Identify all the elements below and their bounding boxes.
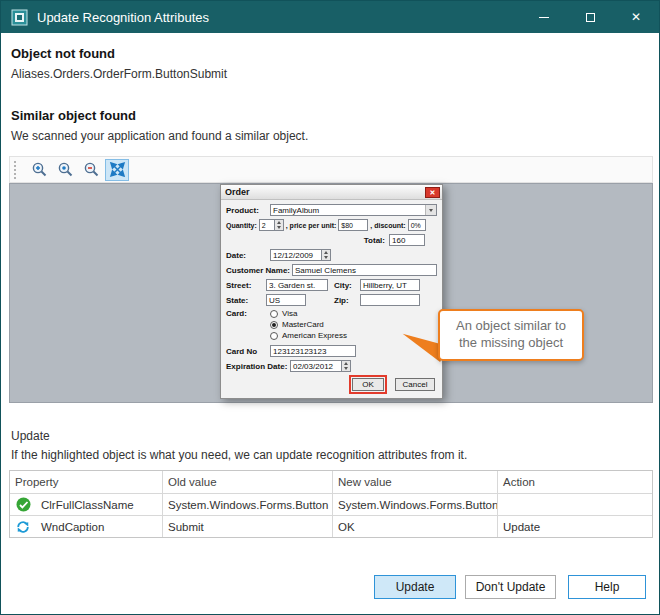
- minimize-button[interactable]: [521, 1, 567, 33]
- similar-object-description: We scanned your application and found a …: [11, 129, 308, 143]
- cell-old-value: Submit: [162, 516, 332, 537]
- order-title: Order: [225, 187, 250, 197]
- cell-action: [497, 494, 652, 515]
- city-input: Hillberry, UT: [360, 279, 420, 291]
- object-not-found-heading: Object not found: [11, 46, 115, 61]
- quantity-label: Quantity:: [226, 222, 257, 229]
- radio-visa-label: Visa: [282, 309, 297, 318]
- total-input: 160: [389, 234, 425, 246]
- fit-to-window-icon[interactable]: [105, 159, 129, 181]
- cell-new-value: OK: [332, 516, 497, 537]
- card-no-input: 123123123123: [270, 345, 356, 357]
- state-label: State:: [226, 296, 266, 305]
- order-close-icon: ✕: [425, 187, 440, 198]
- col-header-old-value: Old value: [162, 471, 332, 493]
- cell-property: ClrFullClassName: [36, 494, 162, 515]
- table-row[interactable]: WndCaption Submit OK Update: [10, 515, 652, 537]
- radio-selected-icon: [270, 321, 278, 329]
- help-button[interactable]: Help: [568, 575, 646, 599]
- table-header-row: Property Old value New value Action: [10, 471, 652, 493]
- col-header-new-value: New value: [332, 471, 497, 493]
- radio-icon: [270, 332, 278, 340]
- discount-input: 0%: [408, 219, 426, 231]
- expiration-date-input: 02/03/2012: [290, 360, 342, 372]
- title-bar[interactable]: Update Recognition Attributes ✕: [1, 1, 659, 33]
- close-icon: ✕: [631, 10, 641, 24]
- close-button[interactable]: ✕: [613, 1, 659, 33]
- street-label: Street:: [226, 281, 266, 290]
- attributes-table: Property Old value New value Action ClrF…: [9, 470, 653, 538]
- dont-update-button[interactable]: Don't Update: [465, 575, 556, 599]
- callout-bubble: An object similar to the missing object: [438, 309, 584, 361]
- update-description: If the highlighted object is what you ne…: [11, 448, 467, 462]
- preview-toolbar: [9, 156, 653, 183]
- ok-button[interactable]: OK: [352, 378, 384, 391]
- cell-action: Update: [497, 516, 652, 537]
- date-input: 12/12/2009: [270, 249, 322, 261]
- order-title-bar: Order ✕: [221, 185, 442, 200]
- radio-american-express-label: American Express: [282, 331, 347, 340]
- date-spinner-icon: [322, 249, 331, 261]
- zoom-out-icon[interactable]: [79, 159, 103, 181]
- card-no-label: Card No: [226, 347, 270, 356]
- quantity-input: 2: [259, 219, 275, 231]
- discount-label: , discount:: [370, 222, 405, 229]
- preview-area: Order ✕ Product: FamilyAlbum Quantity: 2…: [9, 183, 653, 403]
- radio-mastercard: MasterCard: [270, 320, 347, 329]
- radio-icon: [270, 310, 278, 318]
- expiration-spinner-icon: [342, 360, 351, 372]
- check-icon: [10, 494, 36, 515]
- app-icon: [11, 9, 28, 26]
- table-row[interactable]: ClrFullClassName System.Windows.Forms.Bu…: [10, 493, 652, 515]
- zip-label: Zip:: [334, 296, 360, 305]
- product-value: FamilyAlbum: [273, 206, 319, 215]
- zip-input: [360, 294, 420, 306]
- window-controls: ✕: [521, 1, 659, 33]
- quantity-spinner-icon: [275, 219, 284, 231]
- maximize-icon: [586, 13, 595, 22]
- price-label: , price per unit:: [286, 222, 337, 229]
- city-label: City:: [334, 281, 360, 290]
- product-combobox: FamilyAlbum: [270, 204, 437, 216]
- state-input: US: [266, 294, 306, 306]
- price-input: $80: [338, 219, 368, 231]
- toolbar-grip[interactable]: [14, 161, 19, 179]
- minimize-icon: [539, 17, 549, 18]
- maximize-button[interactable]: [567, 1, 613, 33]
- radio-visa: Visa: [270, 309, 347, 318]
- col-header-property: Property: [10, 471, 162, 493]
- zoom-in-icon[interactable]: [27, 159, 51, 181]
- col-header-action: Action: [497, 471, 652, 493]
- customer-name-label: Customer Name:: [226, 266, 292, 275]
- street-input: 3. Garden st.: [266, 279, 328, 291]
- radio-mastercard-label: MasterCard: [282, 320, 324, 329]
- cell-new-value: System.Windows.Forms.Button: [332, 494, 497, 515]
- object-path: Aliases.Orders.OrderForm.ButtonSubmit: [11, 67, 227, 81]
- card-radio-group: Visa MasterCard American Express: [270, 309, 347, 342]
- total-label: Total:: [364, 236, 385, 245]
- cell-property: WndCaption: [36, 516, 162, 537]
- cell-old-value: System.Windows.Forms.Button: [162, 494, 332, 515]
- card-label: Card:: [226, 309, 270, 318]
- similar-object-heading: Similar object found: [11, 108, 136, 123]
- radio-american-express: American Express: [270, 331, 347, 340]
- ok-button-highlight: OK: [349, 375, 387, 394]
- refresh-icon: [10, 516, 36, 537]
- zoom-normal-icon[interactable]: [53, 159, 77, 181]
- customer-name-input: Samuel Clemens: [292, 264, 437, 276]
- combo-dropdown-icon: [425, 205, 436, 215]
- window-title: Update Recognition Attributes: [37, 10, 209, 25]
- update-heading: Update: [11, 429, 50, 443]
- cancel-button: Cancel: [395, 378, 435, 391]
- update-recognition-attributes-dialog: Update Recognition Attributes ✕ Object n…: [0, 0, 660, 615]
- order-body: Product: FamilyAlbum Quantity: 2 , price…: [221, 200, 442, 394]
- product-label: Product:: [226, 206, 270, 215]
- date-label: Date:: [226, 251, 270, 260]
- update-button[interactable]: Update: [374, 575, 456, 599]
- order-form-preview[interactable]: Order ✕ Product: FamilyAlbum Quantity: 2…: [220, 184, 443, 399]
- expiration-date-label: Expiration Date:: [226, 362, 290, 371]
